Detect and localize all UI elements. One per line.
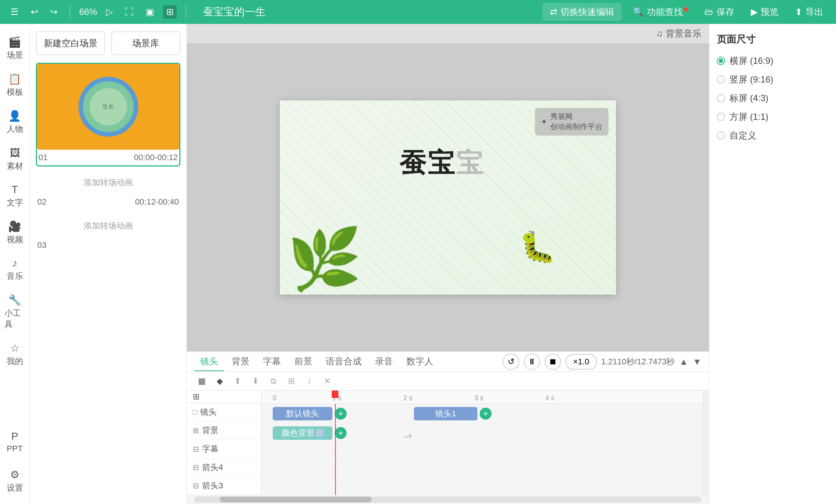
expand-icon[interactable]: ⛶ xyxy=(122,5,137,19)
timeline-right-scrollbar[interactable] xyxy=(703,391,709,495)
radio-dot-landscape xyxy=(719,59,723,63)
sidebar-item-text[interactable]: T 文字 xyxy=(1,179,28,213)
redo-button[interactable]: ↪ xyxy=(47,5,61,19)
sidebar-item-mine[interactable]: ☆ 我的 xyxy=(1,337,28,371)
bg-music-label: 背景音乐 xyxy=(666,28,702,40)
pause-button[interactable]: ⏸ xyxy=(524,354,540,370)
move-up-tool-button[interactable]: ⬆ xyxy=(230,374,245,389)
timeline-collapse-icon[interactable]: ▼ xyxy=(693,357,702,367)
add-lens-block-2-button[interactable]: + xyxy=(480,408,492,420)
add-lens-block-button[interactable]: + xyxy=(335,408,347,420)
switch-edit-button[interactable]: ⇄ 切换快速编辑 xyxy=(542,3,622,21)
option-square[interactable]: 方屏 (1:1) xyxy=(717,111,829,123)
keyframe-tool-button[interactable]: ◆ xyxy=(212,374,227,389)
sidebar-item-music[interactable]: ♪ 音乐 xyxy=(1,253,28,286)
align-tool-button[interactable]: ⫶ xyxy=(302,374,317,389)
canvas-header: ♫ 背景音乐 xyxy=(187,24,709,43)
sidebar-label-material: 素材 xyxy=(7,161,23,172)
save-button[interactable]: 🗁 保存 xyxy=(699,4,740,20)
delete-tool-button[interactable]: ✕ xyxy=(320,374,335,389)
add-bg-block-button[interactable]: + xyxy=(335,427,347,439)
sidebar-item-ppt[interactable]: P PPT xyxy=(1,426,28,458)
move-down-tool-button[interactable]: ⬇ xyxy=(248,374,263,389)
sidebar-item-scene[interactable]: 🎬 场景 xyxy=(1,31,28,65)
ppt-icon: P xyxy=(11,430,18,442)
timeline-label-background: ⊞ 背景 xyxy=(187,421,261,440)
label-header-icon: ⊞ xyxy=(193,392,199,402)
preview-icon: ▶ xyxy=(751,7,758,17)
option-portrait[interactable]: 竖屏 (9:16) xyxy=(717,74,829,85)
track-arrow3 xyxy=(261,482,703,495)
arrow3-track-icon: ⊟ xyxy=(193,481,199,490)
add-transition-2[interactable]: 添加转场动画 xyxy=(30,217,186,237)
document-title: 蚕宝宝的一生 xyxy=(203,5,266,19)
tab-digital-human[interactable]: 数字人 xyxy=(400,352,439,371)
track-arrow4 xyxy=(261,462,703,482)
tab-record[interactable]: 录音 xyxy=(369,352,399,371)
tab-subtitle[interactable]: 字幕 xyxy=(257,352,287,371)
play-icon[interactable]: ▷ xyxy=(103,5,116,19)
undo-button[interactable]: ↩ xyxy=(28,5,41,19)
sidebar-item-character[interactable]: 👤 人物 xyxy=(1,105,28,139)
feature-search-button[interactable]: 🔍 功能查找 xyxy=(628,4,693,20)
main-layout: 🎬 场景 📋 模板 👤 人物 🖼 素材 T 文字 🎥 视频 ♪ 音乐 🔧 xyxy=(0,24,836,504)
topbar-right: ⇄ 切换快速编辑 🔍 功能查找 🗁 保存 ▶ 预览 ⬆ 导出 xyxy=(542,3,829,21)
ruler-tick-2s: 2 s xyxy=(403,394,412,402)
watermark-sub: 创动画制作平台 xyxy=(550,122,603,132)
option-standard[interactable]: 标屏 (4:3) xyxy=(717,92,829,104)
bg-music-button[interactable]: ♫ 背景音乐 xyxy=(656,28,702,40)
timeline-h-scrollbar-thumb[interactable] xyxy=(220,497,372,503)
canvas-slide[interactable]: ✦ 秀展网 创动画制作平台 🌿 蚕宝宝 🐛 xyxy=(280,100,616,295)
scene-number-row-1: 01 00:00-00:12 xyxy=(37,150,179,165)
tab-background[interactable]: 背景 xyxy=(226,352,256,371)
sidebar-item-template[interactable]: 📋 模板 xyxy=(1,68,28,102)
lens-block-default[interactable]: 默认镜头 xyxy=(273,407,332,420)
duplicate-tool-button[interactable]: ⧉ xyxy=(266,374,281,389)
lens-block-1[interactable]: 镜头1 xyxy=(414,407,477,420)
tab-voice[interactable]: 语音合成 xyxy=(320,352,368,371)
timeline-h-scrollbar[interactable] xyxy=(194,497,702,503)
sidebar-label-template: 模板 xyxy=(7,87,23,98)
preview-button[interactable]: ▶ 预览 xyxy=(746,4,784,20)
export-button[interactable]: ⬆ 导出 xyxy=(790,4,829,20)
option-landscape[interactable]: 横屏 (16:9) xyxy=(717,55,829,67)
timeline-ruler: 0 1 s 2 s 3 s 4 s xyxy=(261,391,703,404)
sidebar-item-tools[interactable]: 🔧 小工具 xyxy=(1,289,28,335)
sidebar-item-settings[interactable]: ⚙ 设置 xyxy=(1,464,28,498)
ruler-tick-4s: 4 s xyxy=(545,394,554,402)
sidebar-item-material[interactable]: 🖼 素材 xyxy=(1,142,28,176)
scene-item-3[interactable]: 蛾 蛹 出... 03 xyxy=(36,237,180,253)
timeline-label-header: ⊞ xyxy=(187,391,261,403)
option-custom[interactable]: 自定义 xyxy=(717,130,829,141)
loop-button[interactable]: ↺ xyxy=(503,354,519,370)
scene-library-button[interactable]: 场景库 xyxy=(111,31,181,55)
stop-button[interactable]: ⏹ xyxy=(545,354,561,370)
arrow4-track-label: 箭头4 xyxy=(202,462,223,473)
scene-item-2[interactable]: 从蚕蛋到吐丝结茧—一来奇异的生命 🐛👶🤖 02 00:12-00:40 xyxy=(36,194,180,210)
sidebar-item-video[interactable]: 🎥 视频 xyxy=(1,216,28,250)
menu-button[interactable]: ☰ xyxy=(7,5,22,19)
timeline-area: 镜头 背景 字幕 前景 语音合成 录音 数字人 ↺ ⏸ ⏹ ×1.0 1.211… xyxy=(187,351,709,504)
template-icon: 📋 xyxy=(8,73,21,85)
slide-text-solid: 蚕宝 xyxy=(399,148,456,178)
crop-icon[interactable]: ▣ xyxy=(143,5,157,19)
bg-block-color[interactable]: 颜色背景 xyxy=(273,426,332,440)
filter-tool-button[interactable]: ▦ xyxy=(194,374,209,389)
playhead-line-arrow3 xyxy=(335,482,336,495)
frame-icon[interactable]: ⊞ xyxy=(163,5,177,19)
notification-badge xyxy=(684,7,688,12)
bg-track-label: 背景 xyxy=(202,425,219,436)
timeline-expand-icon[interactable]: ▲ xyxy=(679,357,688,367)
scene-time-1: 00:00-00:12 xyxy=(134,153,178,162)
tab-foreground[interactable]: 前景 xyxy=(288,352,318,371)
tab-lens[interactable]: 镜头 xyxy=(194,352,224,371)
color-swatch xyxy=(316,429,323,437)
scene-number-3: 03 xyxy=(37,240,46,250)
add-transition-1[interactable]: 添加转场动画 xyxy=(30,174,186,194)
new-scene-button[interactable]: 新建空白场景 xyxy=(36,31,105,55)
scene-time-2: 00:12-00:40 xyxy=(135,197,179,207)
speed-button[interactable]: ×1.0 xyxy=(566,354,597,370)
scene-item-1[interactable]: 生长 01 00:00-00:12 xyxy=(36,63,180,167)
subtitle-track-label: 字幕 xyxy=(202,444,219,455)
split-tool-button[interactable]: ⊞ xyxy=(284,374,299,389)
